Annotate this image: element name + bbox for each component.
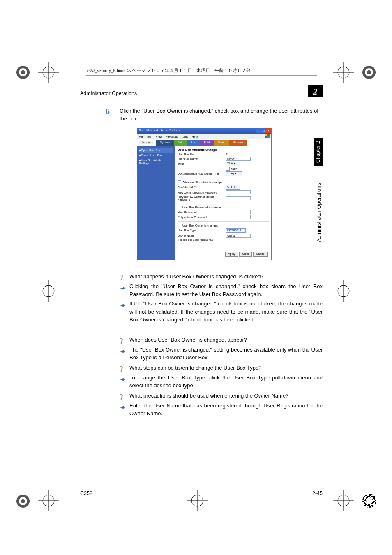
qa-text: To change the User Box Type, click the U… (129, 375, 323, 389)
label-main: Main (231, 167, 237, 170)
menu-edit[interactable]: Edit (147, 135, 152, 138)
tab-box[interactable]: Box (187, 140, 200, 146)
cancel-button[interactable]: Cancel (253, 252, 268, 257)
menu-tools[interactable]: Tools (181, 135, 188, 138)
select-box-type[interactable]: Personal ▾ (226, 228, 246, 233)
input-new-comm-pw[interactable] (226, 190, 251, 194)
running-header-text: Administrator Operations (80, 90, 137, 96)
input-box-name[interactable] (226, 157, 251, 161)
tab-job[interactable]: Job (174, 140, 187, 146)
qa-text: Clicking the "User Box Owner is changed.… (129, 283, 323, 298)
label-conf-rx: Confidential RX (178, 186, 226, 189)
tab-print[interactable]: Print (200, 140, 214, 146)
qa-block-4: ?What steps can be taken to change the U… (120, 364, 323, 391)
menu-bar: File Edit View Favorites Tools Help (137, 134, 271, 139)
label-index: Index (178, 162, 226, 165)
label-box-no: User Box No. (178, 153, 226, 156)
qa-text: What happens if User Box Owner is change… (129, 273, 264, 280)
logout-button[interactable]: Logout (139, 141, 153, 144)
qa-block-2: ➔If the "User Box Owner is changed." che… (120, 300, 323, 326)
page-frame: c352_security_E.book 45 ページ ２００７年４月１１日 水… (80, 64, 323, 500)
tab-bar: Logout System Job Box Print Scan Network (137, 139, 271, 146)
label-password-chk: User Box Password is changed. (182, 206, 223, 209)
step-number: 6 (106, 107, 110, 116)
arrow-icon: ➔ (120, 347, 125, 356)
arrow-icon: ➔ (120, 284, 125, 292)
value-box-no: 3 (226, 153, 228, 156)
checkbox-advanced[interactable] (178, 180, 181, 184)
qa-block-1: ?What happens if User Box Owner is chang… (120, 273, 323, 300)
maximize-icon[interactable]: □ (261, 128, 266, 133)
tab-scan[interactable]: Scan (214, 140, 229, 146)
qa-text: If the "User Box Owner is changed." chec… (129, 301, 323, 323)
arrow-icon: ➔ (120, 403, 125, 412)
input-retype-pw[interactable] (226, 215, 251, 219)
main-panel: User Box Attribute Change User Box No.3 … (175, 146, 271, 260)
footer-model: C352 (80, 490, 92, 496)
label-new-comm-pw: New Communication Password (178, 191, 226, 194)
tab-system[interactable]: System (156, 140, 173, 146)
qa-block-5: ?What precautions should be used when en… (120, 392, 323, 419)
arrow-icon: ➔ (120, 375, 125, 384)
sidebar-item-create-user-box[interactable]: ▶Create User Box (139, 153, 173, 158)
thumb-tab: Chapter 2 (314, 138, 323, 166)
checkbox-main[interactable] (226, 167, 230, 171)
checkbox-owner-changed[interactable] (178, 224, 181, 227)
screenshot-window: Box - Microsoft Internet Explorer _ □ × … (137, 128, 272, 260)
footer-page: 2-45 (312, 490, 323, 496)
book-divider (77, 62, 326, 62)
svg-point-5 (367, 70, 371, 74)
label-retype-pw: Retype New Password (178, 216, 226, 219)
running-header: Administrator Operations 2 (80, 89, 323, 101)
book-header: c352_security_E.book 45 ページ ２００７年４月１１日 水… (87, 68, 251, 74)
windows-flag-icon (265, 134, 270, 138)
window-title: Box - Microsoft Internet Explorer (139, 129, 180, 132)
clear-button[interactable]: Clear (239, 252, 252, 257)
tab-network[interactable]: Network (229, 140, 248, 146)
step-text: Click the "User Box Owner is changed." c… (120, 107, 323, 123)
label-retype-comm-pw: Retype New Communication Password (178, 195, 226, 201)
menu-file[interactable]: File (139, 135, 143, 138)
menu-help[interactable]: Help (192, 135, 198, 138)
label-auto-delete: Documentation Auto Delete Time (178, 172, 226, 175)
label-box-type: User Box Type (178, 229, 226, 232)
qa-block-3: ?When does User Box Owner is changed. ap… (120, 336, 323, 363)
input-retype-comm-pw[interactable] (226, 196, 251, 200)
checkbox-password-changed[interactable] (178, 206, 181, 209)
label-owner-chk: User Box Owner is changed. (182, 224, 219, 227)
minimize-icon[interactable]: _ (256, 128, 261, 133)
chapter-chip: 2 (308, 85, 323, 97)
select-auto-delete[interactable]: 1 day ▾ (226, 171, 242, 176)
qa-text: The "User Box Owner is changed." setting… (129, 347, 323, 361)
label-owner-name: Owner Name (178, 234, 226, 237)
apply-button[interactable]: Apply (225, 252, 238, 257)
window-titlebar: Box - Microsoft Internet Explorer _ □ × (137, 128, 271, 134)
menu-favorites[interactable]: Favorites (166, 135, 178, 138)
svg-point-2 (21, 70, 25, 74)
svg-point-8 (21, 499, 25, 503)
qa-text: Enter the User Name that has been regist… (129, 402, 323, 417)
menu-view[interactable]: View (156, 135, 162, 138)
panel-title: User Box Attribute Change (178, 148, 269, 152)
arrow-icon: ➔ (120, 301, 125, 310)
select-index[interactable]: TUV ▾ (226, 162, 240, 166)
sidebar-item-user-box-admin[interactable]: ▶User Box Admin. Settings (139, 158, 173, 166)
footer-rule (80, 487, 323, 487)
sidebar: ▶Open User Box ▶Create User Box ▶User Bo… (137, 146, 175, 260)
label-new-pw: New Password (178, 211, 226, 214)
label-owner-hint: (Please set Box Password.) (178, 238, 226, 241)
label-box-name: User Box Name (178, 157, 226, 160)
sidebar-item-open-user-box[interactable]: ▶Open User Box (139, 148, 173, 153)
side-caption: Administrator Operations (316, 183, 322, 242)
qa-text: What precautions should be used when ent… (129, 393, 288, 399)
select-conf-rx[interactable]: OFF ▾ (226, 185, 240, 190)
qa-text: What steps can be taken to change the Us… (129, 365, 261, 371)
qa-text: When does User Box Owner is changed. app… (129, 337, 247, 343)
close-icon[interactable]: × (266, 128, 271, 133)
input-owner-name[interactable] (226, 234, 251, 238)
input-new-pw[interactable] (226, 210, 251, 214)
label-advanced-chk: Advanced Functions is changed. (182, 181, 224, 184)
